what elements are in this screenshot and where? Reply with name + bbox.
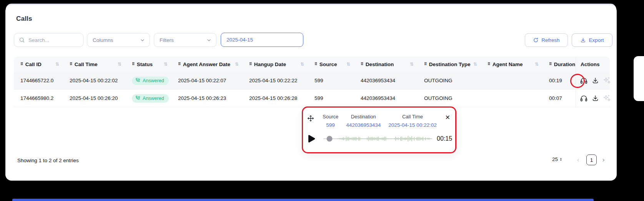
column-header-source[interactable]: ⠿ Source ⇅ [310, 56, 356, 72]
current-page-button[interactable]: 1 [586, 154, 597, 165]
columns-dropdown[interactable]: Columns [87, 33, 150, 47]
export-button[interactable]: Export [572, 33, 612, 47]
column-header-status[interactable]: ⠿ Status ⇅ [127, 56, 173, 72]
sort-icon[interactable]: ⇅ [118, 61, 121, 67]
audio-player-popup: Source 599 Destination 442036953434 Call… [303, 108, 456, 152]
column-header-hangup-date[interactable]: ⠿ Hangup Date ⇅ [244, 56, 310, 72]
drag-handle-icon[interactable]: ⠿ [70, 62, 73, 66]
drag-handle-icon[interactable]: ⠿ [132, 62, 135, 66]
filters-dropdown-label: Filters [160, 37, 206, 43]
waveform-svg [323, 133, 432, 145]
sort-icon[interactable]: ⇅ [346, 61, 350, 67]
ai-analysis-button[interactable] [603, 94, 611, 102]
close-icon[interactable]: ✕ [445, 115, 450, 121]
date-filter-input[interactable] [221, 33, 303, 47]
calls-table: ⠿ Call ID ⇅ ⠿ Call Time ⇅ ⠿ Status ⇅ ⠿ A… [14, 56, 610, 107]
cell-agent-name [483, 90, 544, 107]
player-destination-label: Destination [351, 114, 376, 120]
column-label: Status [137, 61, 153, 67]
table-header-row: ⠿ Call ID ⇅ ⠿ Call Time ⇅ ⠿ Status ⇅ ⠿ A… [14, 56, 610, 72]
search-input[interactable] [28, 37, 78, 43]
cell-agent-answer-date: 2025-04-15 00:22:07 [173, 72, 244, 89]
chevron-down-icon [140, 38, 145, 43]
sort-icon[interactable]: ⇅ [535, 61, 539, 67]
cell-destination: 442036953434 [356, 90, 419, 107]
sort-icon[interactable]: ⇅ [473, 61, 477, 67]
player-source-value: 599 [326, 122, 335, 128]
page-size-value: 25 [552, 156, 558, 162]
sort-icon[interactable]: ⇅ [55, 61, 59, 67]
cell-hangup-date: 2025-04-15 00:26:28 [244, 90, 310, 107]
drag-handle-icon[interactable]: ⠿ [488, 62, 491, 66]
adjacent-panel-fragment [634, 56, 644, 101]
search-box[interactable] [14, 33, 83, 47]
column-header-duration[interactable]: ⠿ Duration ⇅ [544, 56, 576, 72]
refresh-icon [533, 37, 539, 43]
sparkles-icon [603, 76, 611, 85]
refresh-button[interactable]: Refresh [525, 33, 568, 47]
cell-agent-name [483, 72, 544, 89]
column-label: Destination Type [429, 61, 471, 67]
drag-handle-icon[interactable]: ⠿ [549, 62, 552, 66]
sort-icon[interactable]: ⇅ [235, 61, 239, 67]
page-title: Calls [16, 15, 32, 23]
cell-call-time: 2025-04-15 00:26:20 [65, 90, 127, 107]
phone-icon [135, 78, 140, 83]
column-header-agent-name[interactable]: ⠿ Agent Name ⇅ [483, 56, 544, 72]
status-badge: Answered [132, 76, 169, 85]
drag-handle-icon[interactable]: ⠿ [361, 62, 364, 66]
bottom-accent-strip [12, 199, 594, 201]
player-header: Source 599 Destination 442036953434 Call… [303, 108, 456, 128]
waveform[interactable] [323, 133, 432, 145]
drag-handle-icon[interactable]: ⠿ [178, 62, 181, 66]
cell-call-id: 1744665722.0 [14, 72, 65, 89]
cell-actions [576, 72, 610, 89]
drag-handle-icon[interactable]: ⠿ [424, 62, 427, 66]
cell-destination-type: OUTGOING [419, 72, 483, 89]
move-icon[interactable] [307, 115, 314, 122]
play-icon [308, 135, 315, 143]
step-down-icon[interactable]: ▾ [560, 159, 562, 161]
previous-page-button[interactable]: ‹ [577, 156, 579, 164]
download-recording-button[interactable] [592, 77, 599, 84]
ai-analysis-button[interactable] [603, 76, 611, 85]
next-page-button[interactable]: › [602, 156, 605, 164]
headphones-icon [580, 76, 588, 85]
drag-handle-icon[interactable]: ⠿ [315, 62, 318, 66]
cell-status: Answered [127, 72, 173, 89]
cell-duration: 00:19 [544, 72, 576, 89]
search-icon [19, 37, 25, 43]
cell-destination: 442036953434 [356, 72, 419, 89]
column-header-call-id[interactable]: ⠿ Call ID ⇅ [14, 56, 65, 72]
filters-dropdown[interactable]: Filters [154, 33, 216, 47]
listen-recording-button[interactable] [580, 94, 588, 102]
column-header-destination-type[interactable]: ⠿ Destination Type ⇅ [419, 56, 483, 72]
drag-handle-icon[interactable]: ⠿ [249, 62, 252, 66]
calls-panel: Calls Columns Filters Refresh Export [5, 5, 617, 181]
column-label: Actions [581, 61, 600, 67]
cell-hangup-date: 2025-04-15 00:22:22 [244, 72, 310, 89]
column-label: Hangup Date [254, 61, 286, 67]
listen-recording-button[interactable] [580, 76, 588, 85]
column-header-call-time[interactable]: ⠿ Call Time ⇅ [65, 56, 127, 72]
sort-icon[interactable]: ⇅ [300, 61, 304, 67]
download-recording-button[interactable] [592, 95, 599, 102]
sparkles-icon [603, 94, 611, 102]
headphones-icon [580, 94, 588, 102]
column-header-destination[interactable]: ⠿ Destination ⇅ [356, 56, 419, 72]
cell-agent-answer-date: 2025-04-15 00:26:23 [173, 90, 244, 107]
column-label: Call ID [25, 61, 42, 67]
sort-icon[interactable]: ⇅ [410, 61, 414, 67]
player-controls: 00:15 [303, 128, 456, 145]
page-size-stepper-icon[interactable]: ▴ ▾ [560, 158, 562, 161]
sort-icon[interactable]: ⇅ [164, 61, 168, 67]
column-label: Source [320, 61, 337, 67]
column-header-agent-answer-date[interactable]: ⠿ Agent Answer Date ⇅ [173, 56, 244, 72]
table-row[interactable]: 1744665980.2 2025-04-15 00:26:20 Answere… [14, 90, 610, 107]
table-row[interactable]: 1744665722.0 2025-04-15 00:22:02 Answere… [14, 72, 610, 90]
drag-handle-icon[interactable]: ⠿ [20, 62, 23, 66]
player-call-time-field: Call Time 2025-04-15 00:22:02 [388, 114, 436, 128]
page-size-selector[interactable]: 25 ▴ ▾ [552, 156, 562, 162]
play-button[interactable] [308, 135, 315, 143]
status-badge: Answered [132, 94, 169, 103]
